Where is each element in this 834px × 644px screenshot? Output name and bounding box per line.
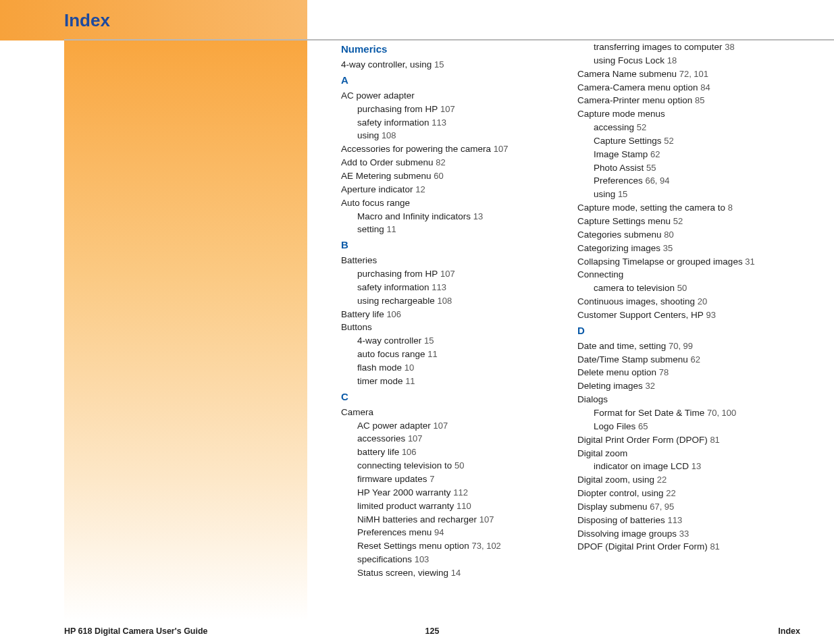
index-entry: Accessories for powering the camera 107 [341,142,550,156]
entry-pages[interactable]: 73, 102 [469,541,501,551]
entry-pages[interactable]: 106 [399,447,416,457]
entry-pages[interactable]: 15 [615,189,627,199]
index-subentry: transferring images to computer 38 [577,41,787,54]
entry-pages[interactable]: 32 [643,381,655,391]
entry-pages[interactable]: 112 [451,487,468,498]
index-entry: Camera Name submenu 72, 101 [577,68,787,81]
entry-pages[interactable]: 20 [695,296,707,306]
entry-pages[interactable]: 31 [743,257,755,267]
entry-pages[interactable]: 52 [671,216,683,226]
entry-text: purchasing from HP [357,269,438,279]
entry-text: NiMH batteries and recharger [357,514,477,525]
entry-pages[interactable]: 81 [708,435,720,445]
index-subentry: purchasing from HP 107 [341,103,550,116]
entry-text: limited product warranty [357,501,454,511]
entry-pages[interactable]: 113 [429,117,446,128]
entry-pages[interactable]: 15 [432,59,444,70]
entry-pages[interactable]: 107 [477,514,494,525]
index-subentry: timer mode 11 [341,375,550,388]
index-subentry: AC power adapter 107 [341,419,550,433]
entry-pages[interactable]: 106 [384,309,401,319]
index-entry: Capture mode menus [577,107,787,121]
index-entry: Auto focus range [341,196,550,210]
entry-pages[interactable]: 82 [434,157,446,167]
entry-pages[interactable]: 65 [635,421,648,431]
entry-text: using [357,130,379,140]
entry-pages[interactable]: 108 [379,130,396,140]
entry-pages[interactable]: 107 [405,433,422,444]
entry-pages[interactable]: 72, 101 [677,69,708,79]
entry-pages[interactable]: 8 [725,203,733,213]
page: Index Numerics4-way controller, using 15… [0,0,834,621]
footer-page-number: 125 [425,626,440,636]
index-subentry: Capture Settings 52 [577,134,787,148]
entry-pages[interactable]: 84 [698,82,710,92]
entry-text: Date and time, setting [577,341,666,351]
index-subentry: accessories 107 [341,432,550,446]
entry-text: Digital Print Order Form (DPOF) [577,435,708,445]
entry-pages[interactable]: 103 [412,554,429,564]
entry-pages[interactable]: 62 [688,354,700,365]
entry-pages[interactable]: 94 [432,527,444,537]
entry-pages[interactable]: 80 [662,230,674,240]
entry-pages[interactable]: 60 [432,171,444,181]
index-subentry: Image Stamp 62 [577,148,787,161]
entry-text: Delete menu option [577,367,656,377]
entry-pages[interactable]: 93 [704,310,716,320]
entry-pages[interactable]: 62 [648,149,660,159]
entry-pages[interactable]: 50 [452,460,464,471]
entry-pages[interactable]: 14 [448,568,461,578]
entry-pages[interactable]: 50 [675,283,687,293]
index-subentry: Logo Files 65 [577,420,787,433]
entry-pages[interactable]: 107 [491,144,508,154]
entry-pages[interactable]: 11 [403,376,415,386]
index-entry: Aperture indicator 12 [341,183,550,196]
entry-pages[interactable]: 107 [438,269,454,279]
entry-pages[interactable]: 67, 95 [648,502,675,512]
index-subentry: Status screen, viewing 14 [341,566,550,580]
entry-pages[interactable]: 113 [665,515,682,525]
index-subentry: using rechargeable 108 [341,294,550,308]
entry-pages[interactable]: 110 [454,501,471,511]
entry-pages[interactable]: 85 [692,95,704,105]
entry-pages[interactable]: 12 [413,184,425,194]
index-entry: Buttons [341,321,550,334]
entry-pages[interactable]: 70, 99 [666,341,693,351]
entry-pages[interactable]: 22 [664,488,676,498]
entry-pages[interactable]: 7 [427,474,435,484]
index-subentry: using 108 [341,129,550,142]
entry-pages[interactable]: 35 [660,243,673,253]
entry-pages[interactable]: 38 [723,42,735,52]
entry-text: indicator on image LCD [594,461,689,471]
entry-pages[interactable]: 107 [438,104,454,114]
entry-pages[interactable]: 13 [689,461,701,471]
entry-pages[interactable]: 11 [384,224,396,234]
index-entry: Camera-Printer menu option 85 [577,94,787,107]
entry-pages[interactable]: 18 [664,55,677,65]
entry-pages[interactable]: 113 [429,282,446,292]
entry-pages[interactable]: 107 [431,421,448,431]
entry-pages[interactable]: 52 [662,136,674,146]
entry-pages[interactable]: 11 [425,349,438,359]
entry-pages[interactable]: 10 [402,363,414,373]
entry-pages[interactable]: 81 [708,541,720,552]
entry-pages[interactable]: 108 [435,296,452,306]
entry-pages[interactable]: 78 [656,367,669,377]
entry-text: Disposing of batteries [577,515,665,525]
entry-pages[interactable]: 33 [677,529,689,539]
entry-pages[interactable]: 66, 94 [643,176,670,186]
index-entry: Connecting [577,268,787,281]
entry-pages[interactable]: 70, 100 [704,408,736,418]
entry-pages[interactable]: 13 [471,211,483,221]
page-title: Index [64,10,110,31]
index-entry: Deleting images 32 [577,379,787,393]
entry-text: 4-way controller, using [341,59,432,70]
entry-pages[interactable]: 52 [634,122,646,132]
entry-text: Categorizing images [577,243,660,253]
entry-text: AC power adapter [341,90,415,101]
entry-pages[interactable]: 22 [654,475,667,485]
index-entry: Capture Settings menu 52 [577,215,787,228]
entry-pages[interactable]: 55 [644,163,656,173]
entry-pages[interactable]: 15 [421,336,434,346]
entry-text: accessing [594,122,634,132]
